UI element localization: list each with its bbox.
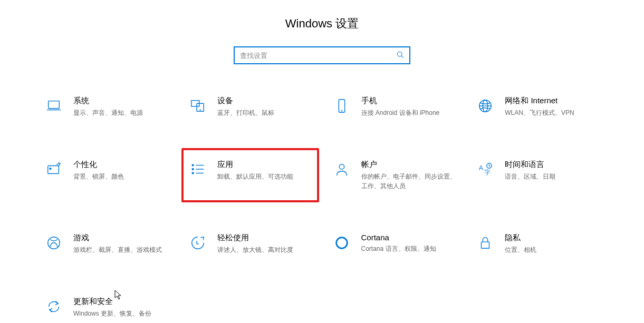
tile-title: 个性化 xyxy=(73,160,169,170)
tile-network[interactable]: 网络和 Internet WLAN、飞行模式、VPN xyxy=(471,91,604,123)
tile-privacy[interactable]: 隐私 位置、相机 xyxy=(471,228,604,260)
tile-desc: 连接 Android 设备和 iPhone xyxy=(361,108,457,118)
page-title: Windows 设置 xyxy=(0,16,644,32)
paintbrush-icon xyxy=(44,160,64,180)
tile-system[interactable]: 系统 显示、声音、通知、电源 xyxy=(40,91,173,123)
tile-phone[interactable]: 手机 连接 Android 设备和 iPhone xyxy=(328,91,461,123)
tile-accounts[interactable]: 帐户 你的帐户、电子邮件、同步设置、工作、其他人员 xyxy=(328,154,461,196)
svg-text:字: 字 xyxy=(484,169,491,176)
svg-line-25 xyxy=(489,166,491,167)
search-box[interactable] xyxy=(234,46,410,64)
svg-point-20 xyxy=(339,164,344,169)
tile-title: 应用 xyxy=(217,160,313,170)
tile-desc: 蓝牙、打印机、鼠标 xyxy=(217,108,313,118)
lock-icon xyxy=(475,233,495,253)
tile-devices[interactable]: 设备 蓝牙、打印机、鼠标 xyxy=(184,91,317,123)
svg-rect-16 xyxy=(192,172,194,174)
tile-ease-of-access[interactable]: 轻松使用 讲述人、放大镜、高对比度 xyxy=(184,228,317,260)
tile-title: 隐私 xyxy=(505,233,600,243)
svg-point-13 xyxy=(50,168,51,170)
tile-title: 系统 xyxy=(73,96,169,106)
tile-title: 游戏 xyxy=(73,233,169,243)
tile-desc: 位置、相机 xyxy=(505,245,600,255)
tile-desc: 你的帐户、电子邮件、同步设置、工作、其他人员 xyxy=(361,172,457,191)
person-icon xyxy=(332,160,352,180)
update-icon xyxy=(44,297,64,317)
svg-point-29 xyxy=(336,238,347,249)
tile-apps[interactable]: 应用 卸载、默认应用、可选功能 xyxy=(181,148,319,202)
tile-title: 设备 xyxy=(217,96,313,106)
svg-rect-30 xyxy=(482,242,489,248)
tile-time-language[interactable]: A字 时间和语言 语音、区域、日期 xyxy=(471,154,604,196)
ease-of-access-icon xyxy=(188,233,208,253)
svg-rect-15 xyxy=(192,168,194,170)
tile-desc: 游戏栏、截屏、直播、游戏模式 xyxy=(73,245,169,255)
tile-desc: Windows 更新、恢复、备份 xyxy=(73,309,169,318)
tile-title: 手机 xyxy=(361,96,457,106)
globe-icon xyxy=(475,96,495,116)
tile-desc: 显示、声音、通知、电源 xyxy=(73,108,169,118)
svg-line-1 xyxy=(401,56,403,58)
tile-desc: WLAN、飞行模式、VPN xyxy=(505,108,600,118)
svg-point-0 xyxy=(397,52,402,56)
tile-desc: 卸载、默认应用、可选功能 xyxy=(217,172,313,181)
tile-desc: 语音、区域、日期 xyxy=(505,172,600,181)
svg-rect-12 xyxy=(48,166,59,174)
tile-title: 更新和安全 xyxy=(73,297,169,307)
apps-list-icon xyxy=(188,160,208,180)
svg-rect-7 xyxy=(339,100,344,112)
svg-rect-2 xyxy=(49,101,60,109)
tile-title: 帐户 xyxy=(361,160,457,170)
time-language-icon: A字 xyxy=(475,160,495,180)
cortana-icon xyxy=(332,233,352,253)
tile-cortana[interactable]: Cortana Cortana 语言、权限、通知 xyxy=(328,228,461,260)
tile-title: Cortana xyxy=(361,233,457,242)
svg-point-6 xyxy=(200,110,200,110)
search-icon xyxy=(397,51,404,60)
tile-title: 轻松使用 xyxy=(217,233,313,243)
svg-text:A: A xyxy=(479,164,484,172)
tile-desc: 讲述人、放大镜、高对比度 xyxy=(217,245,313,255)
xbox-icon xyxy=(44,233,64,253)
svg-rect-14 xyxy=(192,164,194,167)
tile-personalization[interactable]: 个性化 背景、锁屏、颜色 xyxy=(40,154,173,196)
search-input[interactable] xyxy=(240,52,397,60)
tile-desc: 背景、锁屏、颜色 xyxy=(73,172,169,181)
tile-title: 时间和语言 xyxy=(505,160,600,170)
devices-icon xyxy=(188,96,208,116)
laptop-icon xyxy=(44,96,64,116)
tile-update-security[interactable]: 更新和安全 Windows 更新、恢复、备份 xyxy=(40,291,173,323)
tile-title: 网络和 Internet xyxy=(505,96,600,106)
tile-gaming[interactable]: 游戏 游戏栏、截屏、直播、游戏模式 xyxy=(40,228,173,260)
phone-icon xyxy=(332,96,352,116)
tile-desc: Cortana 语言、权限、通知 xyxy=(361,244,457,253)
